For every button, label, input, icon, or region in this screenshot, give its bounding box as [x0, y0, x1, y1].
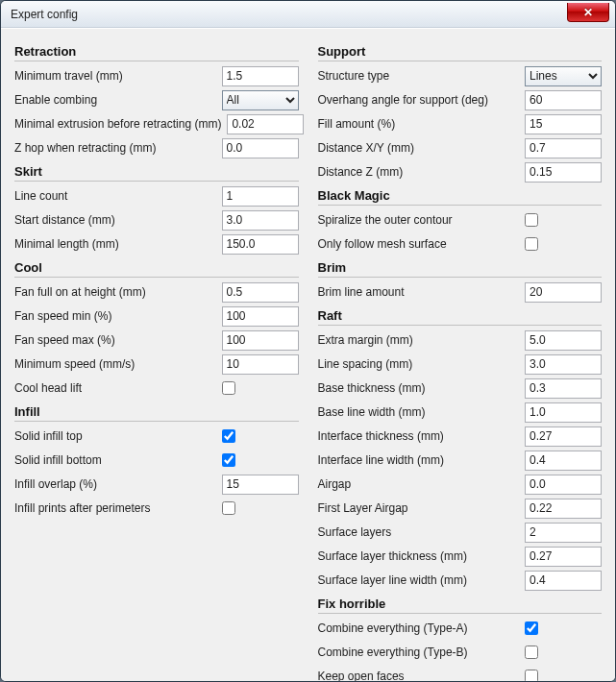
- section-support: Support: [318, 44, 603, 61]
- label-min-travel: Minimum travel (mm): [14, 69, 222, 83]
- label-mesh-only: Only follow mesh surface: [318, 237, 526, 251]
- label-surf-layers: Surface layers: [318, 525, 526, 539]
- label-extra-margin: Extra margin (mm): [318, 333, 526, 347]
- label-zhop: Z hop when retracting (mm): [14, 141, 222, 155]
- dialog-window: Expert config ✕ Retraction Minimum trave…: [0, 0, 616, 682]
- label-min-speed: Minimum speed (mm/s): [14, 357, 222, 371]
- label-iface-width: Interface line width (mm): [318, 453, 526, 467]
- label-infill-overlap: Infill overlap (%): [14, 477, 222, 491]
- check-spiralize[interactable]: [525, 213, 538, 227]
- input-zhop[interactable]: [222, 138, 299, 158]
- label-surf-width: Surface layer line width (mm): [318, 573, 526, 587]
- input-line-spacing[interactable]: [525, 354, 602, 375]
- label-structure: Structure type: [318, 69, 526, 83]
- section-blackmagic: Black Magic: [318, 188, 603, 206]
- input-surf-width[interactable]: [525, 571, 602, 591]
- input-fill-amount[interactable]: [525, 114, 602, 134]
- section-fixhorrible: Fix horrible: [318, 597, 603, 614]
- check-solid-bottom[interactable]: [222, 453, 235, 467]
- input-start-dist[interactable]: [222, 210, 299, 231]
- check-keep-open[interactable]: [525, 670, 538, 681]
- input-iface-thick[interactable]: [525, 426, 602, 447]
- label-spiralize: Spiralize the outer contour: [318, 213, 526, 227]
- input-line-count[interactable]: [222, 186, 299, 207]
- label-solid-bottom: Solid infill bottom: [14, 453, 222, 467]
- label-fill-amount: Fill amount (%): [318, 117, 526, 131]
- section-retraction: Retraction: [14, 44, 299, 61]
- label-comb-b: Combine everything (Type-B): [318, 645, 526, 659]
- check-solid-top[interactable]: [222, 429, 235, 443]
- input-dist-z[interactable]: [525, 162, 602, 183]
- label-fan-full: Fan full on at height (mm): [14, 285, 222, 299]
- input-brim-amount[interactable]: [525, 282, 602, 303]
- label-solid-top: Solid infill top: [14, 429, 222, 443]
- input-min-length[interactable]: [222, 234, 299, 255]
- input-base-thick[interactable]: [525, 378, 602, 399]
- titlebar: Expert config ✕: [1, 1, 615, 28]
- input-base-width[interactable]: [525, 402, 602, 423]
- input-airgap[interactable]: [525, 475, 602, 495]
- input-min-speed[interactable]: [222, 354, 299, 375]
- input-extra-margin[interactable]: [525, 330, 602, 351]
- label-brim-amount: Brim line amount: [318, 285, 526, 299]
- label-fan-min: Fan speed min (%): [14, 309, 222, 323]
- input-fan-min[interactable]: [222, 306, 299, 327]
- label-min-length: Minimal length (mm): [14, 237, 222, 251]
- label-start-dist: Start distance (mm): [14, 213, 222, 227]
- close-button[interactable]: ✕: [567, 3, 609, 22]
- label-first-airgap: First Layer Airgap: [318, 501, 526, 515]
- label-head-lift: Cool head lift: [14, 381, 222, 395]
- check-mesh-only[interactable]: [525, 237, 538, 251]
- label-surf-thick: Surface layer thickness (mm): [318, 549, 526, 563]
- label-comb-a: Combine everything (Type-A): [318, 621, 526, 635]
- input-fan-max[interactable]: [222, 330, 299, 351]
- input-overhang[interactable]: [525, 90, 602, 110]
- select-combing[interactable]: All: [222, 90, 299, 110]
- label-base-thick: Base thickness (mm): [318, 381, 526, 395]
- label-fan-max: Fan speed max (%): [14, 333, 222, 347]
- input-first-airgap[interactable]: [525, 499, 602, 519]
- label-combing: Enable combing: [14, 93, 222, 107]
- label-line-spacing: Line spacing (mm): [318, 357, 526, 371]
- section-infill: Infill: [14, 404, 299, 422]
- input-iface-width[interactable]: [525, 451, 602, 471]
- label-infill-after-perim: Infill prints after perimeters: [14, 501, 222, 515]
- window-title: Expert config: [11, 8, 78, 21]
- input-fan-full[interactable]: [222, 282, 299, 303]
- label-dist-xy: Distance X/Y (mm): [318, 141, 526, 155]
- input-min-travel[interactable]: [222, 66, 299, 86]
- label-base-width: Base line width (mm): [318, 405, 526, 419]
- dialog-content: Retraction Minimum travel (mm) Enable co…: [1, 28, 615, 681]
- input-infill-overlap[interactable]: [222, 475, 299, 495]
- label-dist-z: Distance Z (mm): [318, 165, 526, 179]
- check-infill-after-perim[interactable]: [222, 501, 235, 515]
- section-cool: Cool: [14, 260, 299, 278]
- label-iface-thick: Interface thickness (mm): [318, 429, 526, 443]
- label-line-count: Line count: [14, 189, 222, 203]
- section-skirt: Skirt: [14, 164, 299, 182]
- input-dist-xy[interactable]: [525, 138, 602, 158]
- label-min-extrusion: Minimal extrusion before retracting (mm): [14, 117, 227, 131]
- select-structure[interactable]: Lines: [525, 66, 602, 86]
- input-min-extrusion[interactable]: [227, 114, 304, 134]
- check-comb-a[interactable]: [525, 621, 538, 635]
- left-column: Retraction Minimum travel (mm) Enable co…: [14, 38, 299, 671]
- label-keep-open: Keep open faces: [318, 670, 526, 681]
- input-surf-layers[interactable]: [525, 523, 602, 543]
- check-comb-b[interactable]: [525, 645, 538, 659]
- right-column: Support Structure typeLines Overhang ang…: [318, 38, 603, 671]
- check-head-lift[interactable]: [222, 381, 235, 395]
- label-overhang: Overhang angle for support (deg): [318, 93, 526, 107]
- section-raft: Raft: [318, 308, 603, 326]
- input-surf-thick[interactable]: [525, 547, 602, 567]
- close-icon: ✕: [583, 6, 593, 19]
- label-airgap: Airgap: [318, 477, 526, 491]
- section-brim: Brim: [318, 260, 603, 278]
